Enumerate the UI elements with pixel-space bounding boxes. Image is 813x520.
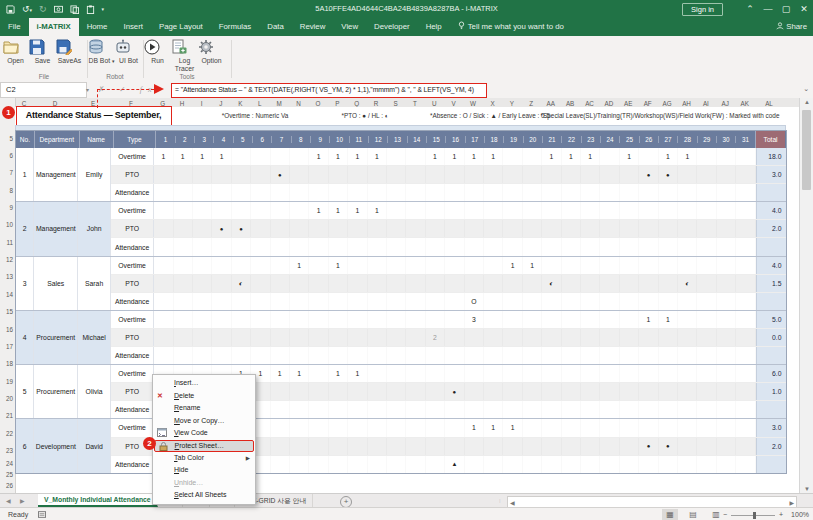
day-cell[interactable] <box>659 365 678 382</box>
day-cell[interactable] <box>523 438 542 455</box>
day-cell[interactable] <box>406 365 425 382</box>
day-cell[interactable] <box>445 438 464 455</box>
day-cell[interactable] <box>484 365 503 382</box>
day-cell[interactable] <box>271 329 290 346</box>
day-cell[interactable] <box>232 347 251 364</box>
close-button[interactable]: ✕ <box>795 0 813 18</box>
day-cell[interactable] <box>678 184 697 201</box>
scroll-right-icon[interactable]: ▶ <box>789 499 794 506</box>
row-header-8[interactable]: 8 <box>9 182 13 199</box>
day-cell[interactable] <box>212 293 231 310</box>
day-cell[interactable] <box>697 329 716 346</box>
day-cell[interactable] <box>542 220 561 237</box>
day-cell[interactable] <box>659 347 678 364</box>
day-cell[interactable] <box>542 184 561 201</box>
day-cell[interactable] <box>697 257 716 274</box>
share-button[interactable]: Share <box>776 18 807 36</box>
day-cell[interactable] <box>620 202 639 219</box>
day-cell[interactable] <box>387 329 406 346</box>
row-header-12[interactable]: 12 <box>6 251 13 268</box>
day-cell[interactable]: O <box>465 293 484 310</box>
type-cell[interactable]: Attendance <box>111 184 154 201</box>
total-cell[interactable]: 3.0 <box>756 419 786 436</box>
day-cell[interactable] <box>212 329 231 346</box>
day-cell[interactable] <box>465 238 484 255</box>
day-cell[interactable] <box>309 184 328 201</box>
day-cell[interactable] <box>503 166 522 183</box>
tab-scroll-right-icon[interactable]: ▶ <box>20 494 25 508</box>
total-cell[interactable]: 5.0 <box>756 311 786 328</box>
day-cell[interactable]: ● <box>271 166 290 183</box>
total-cell[interactable] <box>756 238 786 255</box>
day-cell[interactable] <box>174 184 193 201</box>
day-cell[interactable] <box>309 347 328 364</box>
day-cell[interactable] <box>600 456 619 473</box>
day-cell[interactable] <box>406 311 425 328</box>
day-cell[interactable] <box>581 438 600 455</box>
day-cell[interactable] <box>426 166 445 183</box>
day-cell[interactable]: ● <box>232 220 251 237</box>
day-cell[interactable] <box>581 293 600 310</box>
ribbon-tab-i-matrix[interactable]: i-MATRIX <box>29 18 79 36</box>
day-cell[interactable] <box>736 184 755 201</box>
day-cell[interactable] <box>678 238 697 255</box>
day-cell[interactable] <box>562 401 581 418</box>
day-cell[interactable] <box>678 456 697 473</box>
day-cell[interactable] <box>484 202 503 219</box>
day-cell[interactable] <box>562 184 581 201</box>
day-cell[interactable]: ● <box>659 166 678 183</box>
day-cell[interactable] <box>600 438 619 455</box>
day-cell[interactable] <box>717 438 736 455</box>
type-cell[interactable]: PTO <box>111 329 154 346</box>
day-cell[interactable]: 1 <box>368 148 387 165</box>
day-cell[interactable] <box>562 311 581 328</box>
day-cell[interactable] <box>465 184 484 201</box>
ribbon-tab-help[interactable]: Help <box>418 18 450 36</box>
day-cell[interactable] <box>465 365 484 382</box>
day-cell[interactable]: 1 <box>426 148 445 165</box>
day-cell[interactable] <box>290 383 309 400</box>
day-cell[interactable] <box>329 184 348 201</box>
day-cell[interactable] <box>542 257 561 274</box>
day-cell[interactable] <box>154 347 173 364</box>
day-cell[interactable]: 1 <box>523 257 542 274</box>
day-cell[interactable] <box>717 329 736 346</box>
day-cell[interactable] <box>659 383 678 400</box>
day-cell[interactable]: ◐ <box>678 275 697 292</box>
day-cell[interactable]: 1 <box>465 148 484 165</box>
type-cell[interactable]: PTO <box>111 220 154 237</box>
day-cell[interactable] <box>639 257 658 274</box>
day-cell[interactable] <box>697 311 716 328</box>
employee-no[interactable]: 3 <box>16 257 34 310</box>
day-cell[interactable] <box>465 257 484 274</box>
day-cell[interactable] <box>484 311 503 328</box>
day-cell[interactable]: 1 <box>290 257 309 274</box>
day-cell[interactable] <box>251 220 270 237</box>
day-cell[interactable] <box>659 238 678 255</box>
day-cell[interactable] <box>232 238 251 255</box>
day-cell[interactable] <box>368 238 387 255</box>
day-cell[interactable] <box>426 311 445 328</box>
menu-item-tab-color[interactable]: Tab Color▶ <box>153 452 255 465</box>
day-cell[interactable] <box>406 148 425 165</box>
day-cell[interactable]: 1 <box>348 148 367 165</box>
day-cell[interactable] <box>523 238 542 255</box>
total-cell[interactable]: 3.0 <box>756 166 786 183</box>
type-cell[interactable]: Attendance <box>111 238 154 255</box>
day-cell[interactable] <box>290 148 309 165</box>
day-cell[interactable] <box>387 202 406 219</box>
day-cell[interactable] <box>290 438 309 455</box>
day-cell[interactable] <box>387 275 406 292</box>
day-cell[interactable] <box>406 401 425 418</box>
total-cell[interactable]: 4.0 <box>756 257 786 274</box>
day-cell[interactable] <box>484 275 503 292</box>
day-cell[interactable] <box>193 293 212 310</box>
day-cell[interactable] <box>736 329 755 346</box>
day-cell[interactable] <box>503 401 522 418</box>
day-cell[interactable] <box>154 238 173 255</box>
day-cell[interactable] <box>406 419 425 436</box>
day-cell[interactable] <box>406 184 425 201</box>
day-cell[interactable]: 1 <box>678 148 697 165</box>
employee-name[interactable]: Sarah <box>78 257 111 310</box>
day-cell[interactable] <box>465 401 484 418</box>
